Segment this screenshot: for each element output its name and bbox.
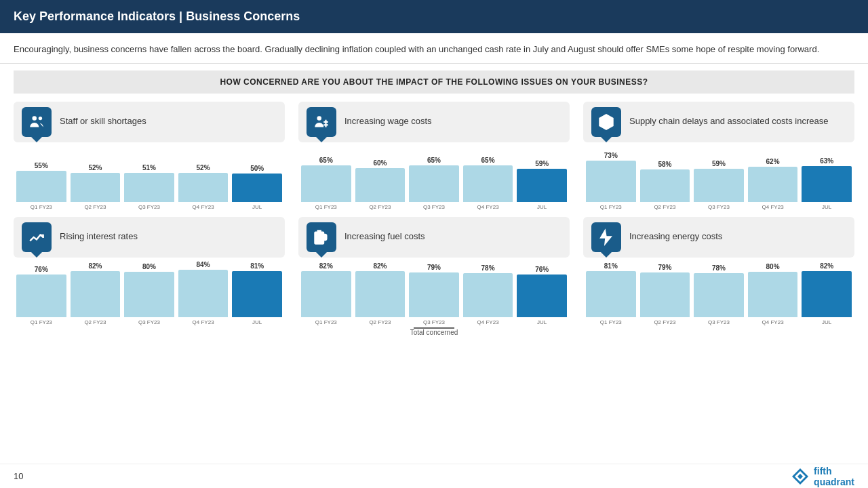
- svg-point-0: [33, 116, 37, 121]
- bar-percent: 65%: [319, 157, 333, 164]
- bar-label: Q4 FY23: [477, 319, 499, 325]
- bar-group: 62%Q4 FY23: [748, 158, 798, 210]
- chart-section-supply-chain-delays: Supply chain delays and associated costs…: [583, 102, 854, 210]
- bar-group: 78%Q4 FY23: [463, 264, 513, 325]
- bar-percent: 73%: [604, 152, 618, 159]
- total-concerned-label: Total concerned: [298, 327, 570, 336]
- chart-section-increasing-wage-costs: Increasing wage costs65%Q1 FY2360%Q2 FY2…: [298, 102, 570, 210]
- bar-percent: 81%: [604, 262, 618, 270]
- logo-text: fifthquadrant: [814, 466, 854, 487]
- bar-percent: 50%: [250, 165, 264, 172]
- bar-group: 63%JUL: [802, 157, 852, 210]
- chart-section-increasing-fuel-costs: Increasing fuel costs82%Q1 FY2382%Q2 FY2…: [298, 217, 570, 336]
- bar-percent: 82%: [319, 262, 333, 270]
- bar-chart-increasing-fuel-costs: 82%Q1 FY2382%Q2 FY2379%Q3 FY2378%Q4 FY23…: [298, 264, 570, 325]
- bar-fill: [748, 167, 798, 202]
- bar-group: 73%Q1 FY23: [586, 152, 636, 210]
- bar-percent: 52%: [197, 164, 210, 171]
- bar-group: 59%JUL: [517, 160, 567, 210]
- bar-percent: 59%: [712, 160, 726, 167]
- bar-fill: [640, 169, 690, 202]
- bar-label: JUL: [822, 319, 831, 325]
- bar-label: Q2 FY23: [654, 319, 675, 325]
- bar-fill: [409, 165, 459, 202]
- bar-chart-increasing-wage-costs: 65%Q1 FY2360%Q2 FY2365%Q3 FY2365%Q4 FY23…: [298, 149, 570, 210]
- bar-group: 60%Q2 FY23: [355, 159, 406, 210]
- bar-label: Q1 FY23: [31, 319, 52, 325]
- bar-percent: 62%: [766, 158, 780, 165]
- bar-fill: [355, 168, 406, 202]
- bar-label: Q3 FY23: [708, 204, 730, 210]
- bar-label: Q4 FY23: [193, 319, 214, 325]
- bar-fill: [802, 271, 852, 317]
- bar-fill: [586, 271, 636, 317]
- bar-label: Q2 FY23: [84, 319, 106, 325]
- header-title: Key Performance Indicators | Business Co…: [14, 9, 300, 23]
- bar-group: 81%JUL: [232, 262, 282, 325]
- bar-group: 59%Q3 FY23: [694, 160, 744, 210]
- bar-percent: 52%: [88, 164, 102, 171]
- bar-group: 82%Q2 FY23: [71, 262, 121, 325]
- bar-label: Q2 FY23: [654, 204, 675, 210]
- icon-wage: [307, 107, 336, 137]
- bar-label: JUL: [537, 204, 547, 210]
- bar-group: 81%Q1 FY23: [586, 262, 636, 325]
- bar-percent: 63%: [820, 157, 833, 165]
- chart-label-rising-interest-rates: Rising interest rates: [60, 231, 138, 243]
- chart-section-staff-skill-shortages: Staff or skill shortages55%Q1 FY2352%Q2 …: [14, 102, 285, 210]
- bar-fill: [124, 173, 174, 202]
- bar-group: 82%JUL: [802, 262, 852, 325]
- bar-label: JUL: [537, 319, 547, 325]
- icon-interest: [22, 222, 52, 252]
- bar-fill: [16, 171, 66, 202]
- bar-fill: [71, 271, 121, 317]
- bar-label: Q1 FY23: [315, 204, 337, 210]
- bar-label: Q1 FY23: [600, 319, 622, 325]
- bar-label: Q2 FY23: [84, 204, 106, 210]
- bar-fill: [409, 272, 459, 317]
- bar-percent: 84%: [197, 261, 210, 268]
- bar-label: JUL: [252, 319, 262, 325]
- svg-point-1: [39, 116, 42, 119]
- bar-group: 79%Q3 FY23: [409, 264, 459, 325]
- bar-fill: [517, 169, 567, 202]
- bar-fill: [517, 274, 567, 317]
- question-banner: HOW CONCERNED ARE YOU ABOUT THE IMPACT O…: [14, 70, 854, 94]
- bar-fill: [355, 271, 406, 317]
- svg-point-8: [318, 235, 321, 238]
- chart-label-box-increasing-energy-costs: Increasing energy costs: [583, 217, 854, 258]
- bar-chart-staff-skill-shortages: 55%Q1 FY2352%Q2 FY2351%Q3 FY2352%Q4 FY23…: [14, 149, 285, 210]
- bar-group: 80%Q3 FY23: [124, 263, 174, 325]
- bar-group: 78%Q3 FY23: [694, 264, 744, 325]
- bar-fill: [463, 165, 513, 202]
- bar-group: 65%Q1 FY23: [301, 157, 351, 210]
- bar-group: 52%Q2 FY23: [71, 164, 121, 210]
- chart-section-increasing-energy-costs: Increasing energy costs81%Q1 FY2379%Q2 F…: [583, 217, 854, 336]
- header: Key Performance Indicators | Business Co…: [0, 0, 868, 33]
- chart-label-box-increasing-fuel-costs: Increasing fuel costs: [298, 217, 570, 258]
- bar-fill: [232, 174, 282, 202]
- bar-label: Q4 FY23: [193, 204, 214, 210]
- chart-label-box-supply-chain-delays: Supply chain delays and associated costs…: [583, 102, 854, 142]
- bar-percent: 58%: [658, 161, 671, 168]
- chart-label-box-increasing-wage-costs: Increasing wage costs: [298, 102, 570, 142]
- bar-fill: [748, 272, 798, 317]
- bar-percent: 82%: [373, 262, 387, 270]
- bar-fill: [586, 161, 636, 202]
- chart-label-increasing-energy-costs: Increasing energy costs: [629, 231, 722, 243]
- svg-point-2: [317, 116, 322, 121]
- bar-fill: [694, 169, 744, 202]
- bar-fill: [71, 173, 121, 202]
- bar-group: 52%Q4 FY23: [178, 164, 229, 210]
- bar-label: JUL: [822, 204, 831, 210]
- bar-percent: 60%: [373, 159, 387, 167]
- bar-label: Q3 FY23: [423, 319, 445, 325]
- bar-chart-rising-interest-rates: 76%Q1 FY2382%Q2 FY2380%Q3 FY2384%Q4 FY23…: [14, 264, 285, 325]
- bar-group: 80%Q4 FY23: [748, 263, 798, 325]
- bar-percent: 80%: [766, 263, 780, 270]
- logo-icon: [791, 467, 810, 486]
- bar-chart-supply-chain-delays: 73%Q1 FY2358%Q2 FY2359%Q3 FY2362%Q4 FY23…: [583, 149, 854, 210]
- bar-percent: 82%: [88, 262, 102, 270]
- bar-group: 51%Q3 FY23: [124, 164, 174, 210]
- bar-fill: [301, 165, 351, 202]
